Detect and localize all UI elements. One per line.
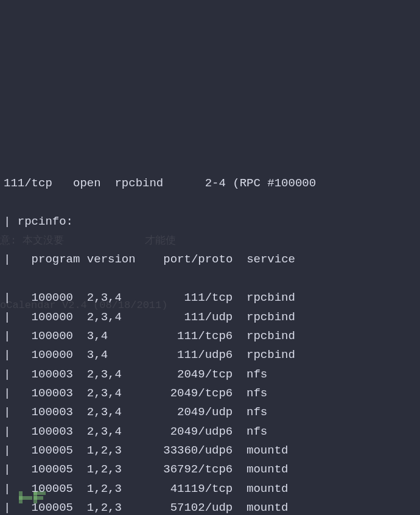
port-header-line: 111/tcp open rpcbind 2-4 (RPC #100000: [4, 174, 416, 193]
col-portproto: port/proto: [163, 253, 233, 266]
col-program: program: [32, 253, 80, 266]
column-header: | program version port/proto service: [4, 250, 416, 269]
table-row: | 100005 1,2,3 57102/udp mountd: [4, 499, 416, 515]
table-row: | 100003 2,3,4 2049/tcp6 nfs: [4, 384, 416, 403]
table-row: | 100005 1,2,3 33360/udp6 mountd: [4, 441, 416, 460]
col-service: service: [247, 253, 295, 266]
table-row: | 100000 2,3,4 111/udp rpcbind: [4, 308, 416, 327]
table-row: | 100003 2,3,4 2049/udp6 nfs: [4, 422, 416, 441]
table-row: | 100000 3,4 111/udp6 rpcbind: [4, 346, 416, 365]
table-row: | 100003 2,3,4 2049/udp nfs: [4, 403, 416, 422]
table-row: | 100003 2,3,4 2049/tcp nfs: [4, 365, 416, 384]
table-row: | 100000 2,3,4 111/tcp rpcbind: [4, 289, 416, 307]
table-row: | 100000 3,4 111/tcp6 rpcbind: [4, 327, 416, 346]
col-version: version: [87, 253, 136, 266]
table-row: | 100005 1,2,3 41119/tcp mountd: [4, 480, 416, 499]
table-row: | 100005 1,2,3 36792/tcp6 mountd: [4, 460, 416, 479]
rpcinfo-header: | rpcinfo:: [4, 212, 416, 231]
